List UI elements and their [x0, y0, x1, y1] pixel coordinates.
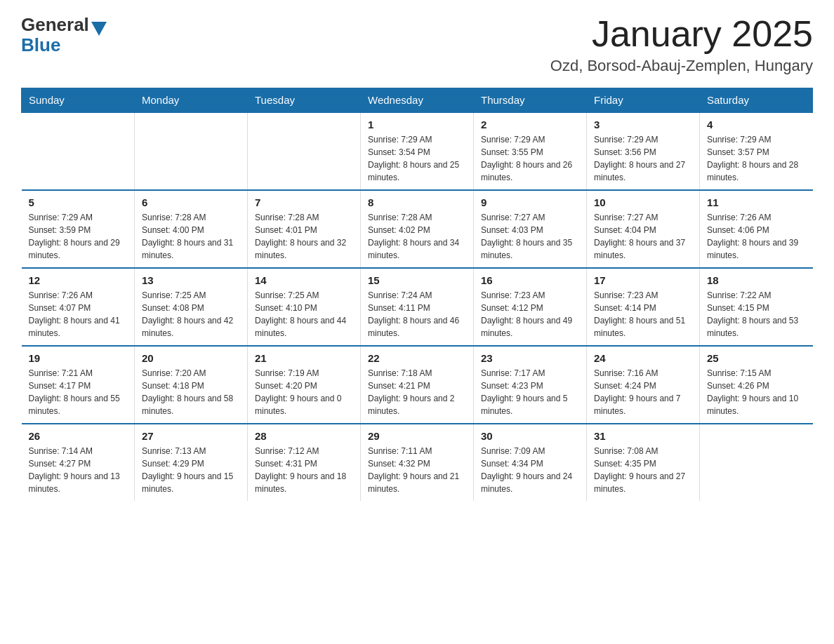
calendar-week-row: 5Sunrise: 7:29 AMSunset: 3:59 PMDaylight…	[22, 190, 813, 268]
page-header: General Blue January 2025 Ozd, Borsod-Ab…	[21, 14, 813, 75]
calendar-cell: 18Sunrise: 7:22 AMSunset: 4:15 PMDayligh…	[700, 268, 813, 346]
day-info: Sunrise: 7:26 AMSunset: 4:06 PMDaylight:…	[707, 211, 806, 262]
day-info: Sunrise: 7:26 AMSunset: 4:07 PMDaylight:…	[29, 289, 128, 340]
calendar-cell: 31Sunrise: 7:08 AMSunset: 4:35 PMDayligh…	[587, 424, 700, 501]
calendar-cell: 5Sunrise: 7:29 AMSunset: 3:59 PMDaylight…	[22, 190, 135, 268]
day-number: 11	[707, 196, 806, 208]
calendar-cell: 6Sunrise: 7:28 AMSunset: 4:00 PMDaylight…	[135, 190, 248, 268]
day-info: Sunrise: 7:29 AMSunset: 3:57 PMDaylight:…	[707, 133, 806, 184]
day-info: Sunrise: 7:11 AMSunset: 4:32 PMDaylight:…	[368, 445, 466, 495]
day-info: Sunrise: 7:20 AMSunset: 4:18 PMDaylight:…	[142, 367, 240, 417]
day-number: 13	[142, 274, 240, 286]
day-info: Sunrise: 7:25 AMSunset: 4:08 PMDaylight:…	[142, 289, 240, 340]
calendar-cell: 3Sunrise: 7:29 AMSunset: 3:56 PMDaylight…	[587, 112, 700, 190]
calendar-title: January 2025	[550, 14, 813, 54]
day-info: Sunrise: 7:29 AMSunset: 3:55 PMDaylight:…	[481, 133, 579, 184]
logo-blue-text: Blue	[21, 36, 60, 54]
calendar-cell: 12Sunrise: 7:26 AMSunset: 4:07 PMDayligh…	[22, 268, 135, 346]
calendar-cell: 16Sunrise: 7:23 AMSunset: 4:12 PMDayligh…	[474, 268, 587, 346]
day-number: 18	[707, 274, 806, 286]
calendar-cell: 20Sunrise: 7:20 AMSunset: 4:18 PMDayligh…	[135, 346, 248, 424]
logo-general-text: General	[21, 14, 89, 36]
day-info: Sunrise: 7:18 AMSunset: 4:21 PMDaylight:…	[368, 367, 466, 417]
calendar-cell: 26Sunrise: 7:14 AMSunset: 4:27 PMDayligh…	[22, 424, 135, 501]
calendar-cell: 15Sunrise: 7:24 AMSunset: 4:11 PMDayligh…	[361, 268, 474, 346]
day-number: 30	[481, 430, 579, 442]
day-number: 14	[255, 274, 353, 286]
weekday-header-saturday: Saturday	[700, 88, 813, 113]
calendar-cell	[135, 112, 248, 190]
calendar-cell: 11Sunrise: 7:26 AMSunset: 4:06 PMDayligh…	[700, 190, 813, 268]
day-number: 26	[29, 430, 128, 442]
day-info: Sunrise: 7:16 AMSunset: 4:24 PMDaylight:…	[594, 367, 692, 417]
weekday-header-sunday: Sunday	[22, 88, 135, 113]
calendar-cell: 24Sunrise: 7:16 AMSunset: 4:24 PMDayligh…	[587, 346, 700, 424]
calendar-cell: 9Sunrise: 7:27 AMSunset: 4:03 PMDaylight…	[474, 190, 587, 268]
weekday-header-tuesday: Tuesday	[248, 88, 361, 113]
calendar-cell: 7Sunrise: 7:28 AMSunset: 4:01 PMDaylight…	[248, 190, 361, 268]
weekday-header-row: SundayMondayTuesdayWednesdayThursdayFrid…	[22, 88, 813, 113]
weekday-header-thursday: Thursday	[474, 88, 587, 113]
day-info: Sunrise: 7:22 AMSunset: 4:15 PMDaylight:…	[707, 289, 806, 340]
day-info: Sunrise: 7:25 AMSunset: 4:10 PMDaylight:…	[255, 289, 353, 340]
day-info: Sunrise: 7:24 AMSunset: 4:11 PMDaylight:…	[368, 289, 466, 340]
calendar-cell: 17Sunrise: 7:23 AMSunset: 4:14 PMDayligh…	[587, 268, 700, 346]
weekday-header-monday: Monday	[135, 88, 248, 113]
calendar-cell: 10Sunrise: 7:27 AMSunset: 4:04 PMDayligh…	[587, 190, 700, 268]
day-number: 7	[255, 196, 353, 208]
day-number: 3	[594, 119, 692, 130]
day-info: Sunrise: 7:27 AMSunset: 4:04 PMDaylight:…	[594, 211, 692, 262]
day-info: Sunrise: 7:28 AMSunset: 4:02 PMDaylight:…	[368, 211, 466, 262]
day-number: 27	[142, 430, 240, 442]
day-info: Sunrise: 7:13 AMSunset: 4:29 PMDaylight:…	[142, 445, 240, 495]
weekday-header-friday: Friday	[587, 88, 700, 113]
logo: General Blue	[21, 14, 107, 54]
day-number: 28	[255, 430, 353, 442]
calendar-cell: 22Sunrise: 7:18 AMSunset: 4:21 PMDayligh…	[361, 346, 474, 424]
day-number: 23	[481, 352, 579, 364]
day-number: 8	[368, 196, 466, 208]
calendar-week-row: 12Sunrise: 7:26 AMSunset: 4:07 PMDayligh…	[22, 268, 813, 346]
calendar-table: SundayMondayTuesdayWednesdayThursdayFrid…	[21, 88, 813, 501]
calendar-cell	[700, 424, 813, 501]
calendar-cell: 19Sunrise: 7:21 AMSunset: 4:17 PMDayligh…	[22, 346, 135, 424]
calendar-week-row: 19Sunrise: 7:21 AMSunset: 4:17 PMDayligh…	[22, 346, 813, 424]
day-info: Sunrise: 7:29 AMSunset: 3:59 PMDaylight:…	[29, 211, 128, 262]
calendar-week-row: 1Sunrise: 7:29 AMSunset: 3:54 PMDaylight…	[22, 112, 813, 190]
svg-marker-0	[91, 22, 107, 36]
day-info: Sunrise: 7:17 AMSunset: 4:23 PMDaylight:…	[481, 367, 579, 417]
day-number: 21	[255, 352, 353, 364]
calendar-cell	[248, 112, 361, 190]
day-info: Sunrise: 7:21 AMSunset: 4:17 PMDaylight:…	[29, 367, 128, 417]
day-info: Sunrise: 7:09 AMSunset: 4:34 PMDaylight:…	[481, 445, 579, 495]
calendar-cell: 27Sunrise: 7:13 AMSunset: 4:29 PMDayligh…	[135, 424, 248, 501]
day-info: Sunrise: 7:12 AMSunset: 4:31 PMDaylight:…	[255, 445, 353, 495]
calendar-cell: 25Sunrise: 7:15 AMSunset: 4:26 PMDayligh…	[700, 346, 813, 424]
calendar-cell	[22, 112, 135, 190]
day-info: Sunrise: 7:08 AMSunset: 4:35 PMDaylight:…	[594, 445, 692, 495]
calendar-cell: 2Sunrise: 7:29 AMSunset: 3:55 PMDaylight…	[474, 112, 587, 190]
calendar-cell: 14Sunrise: 7:25 AMSunset: 4:10 PMDayligh…	[248, 268, 361, 346]
day-number: 5	[29, 196, 128, 208]
day-number: 24	[594, 352, 692, 364]
calendar-cell: 23Sunrise: 7:17 AMSunset: 4:23 PMDayligh…	[474, 346, 587, 424]
calendar-cell: 8Sunrise: 7:28 AMSunset: 4:02 PMDaylight…	[361, 190, 474, 268]
day-info: Sunrise: 7:23 AMSunset: 4:14 PMDaylight:…	[594, 289, 692, 340]
day-info: Sunrise: 7:29 AMSunset: 3:56 PMDaylight:…	[594, 133, 692, 184]
calendar-cell: 13Sunrise: 7:25 AMSunset: 4:08 PMDayligh…	[135, 268, 248, 346]
calendar-cell: 4Sunrise: 7:29 AMSunset: 3:57 PMDaylight…	[700, 112, 813, 190]
day-number: 10	[594, 196, 692, 208]
day-number: 6	[142, 196, 240, 208]
calendar-week-row: 26Sunrise: 7:14 AMSunset: 4:27 PMDayligh…	[22, 424, 813, 501]
day-number: 2	[481, 119, 579, 130]
day-number: 22	[368, 352, 466, 364]
calendar-subtitle: Ozd, Borsod-Abauj-Zemplen, Hungary	[550, 57, 813, 75]
day-info: Sunrise: 7:15 AMSunset: 4:26 PMDaylight:…	[707, 367, 806, 417]
day-number: 15	[368, 274, 466, 286]
calendar-cell: 1Sunrise: 7:29 AMSunset: 3:54 PMDaylight…	[361, 112, 474, 190]
day-number: 25	[707, 352, 806, 364]
day-number: 19	[29, 352, 128, 364]
day-info: Sunrise: 7:23 AMSunset: 4:12 PMDaylight:…	[481, 289, 579, 340]
day-number: 17	[594, 274, 692, 286]
day-info: Sunrise: 7:28 AMSunset: 4:00 PMDaylight:…	[142, 211, 240, 262]
